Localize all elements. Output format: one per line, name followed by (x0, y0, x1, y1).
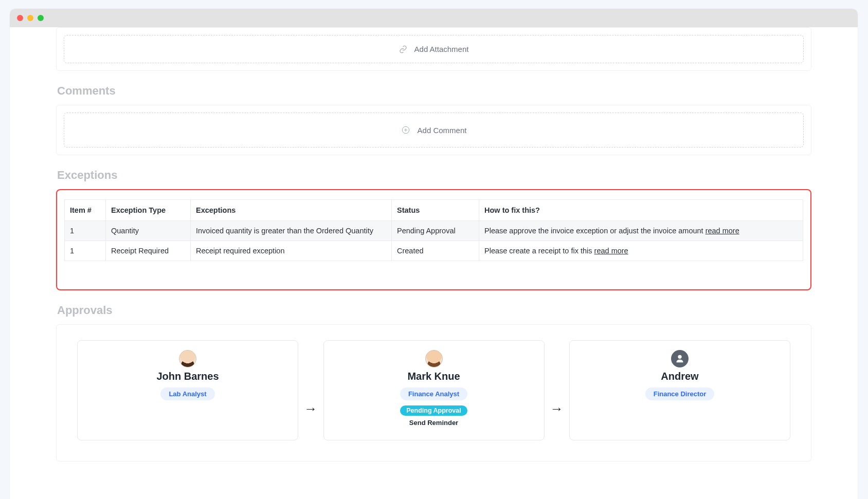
table-row: 1 Quantity Invoiced quantity is greater … (65, 221, 803, 241)
window-zoom-button[interactable] (38, 15, 44, 21)
add-attachment-label: Add Attachment (414, 45, 469, 53)
add-comment-button[interactable]: Add Comment (64, 113, 804, 147)
page-content: Add Attachment Comments Add Comment Exce… (10, 27, 858, 482)
cell-type: Quantity (106, 221, 191, 241)
window-minimize-button[interactable] (27, 15, 33, 21)
read-more-link[interactable]: read more (594, 247, 628, 255)
attachment-icon (399, 45, 407, 53)
cell-howto: Please approve the invoice exception or … (479, 221, 803, 241)
cell-status: Created (392, 241, 479, 261)
cell-status: Pending Approval (392, 221, 479, 241)
read-more-link[interactable]: read more (706, 227, 739, 235)
col-type: Exception Type (106, 200, 191, 221)
arrow-right-icon: → (550, 401, 564, 417)
window-close-button[interactable] (17, 15, 23, 21)
table-row: 1 Receipt Required Receipt required exce… (65, 241, 803, 261)
add-attachment-button[interactable]: Add Attachment (64, 35, 804, 63)
col-item: Item # (65, 200, 106, 221)
send-reminder-link[interactable]: Send Reminder (409, 419, 458, 427)
howto-text: Please create a receipt to fix this (484, 247, 594, 255)
cell-desc: Receipt required exception (191, 241, 392, 261)
arrow-right-icon: → (304, 401, 317, 417)
approval-step: Mark Knue Finance Analyst Pending Approv… (323, 340, 545, 440)
exceptions-table: Item # Exception Type Exceptions Status … (64, 199, 803, 261)
avatar (179, 350, 196, 367)
comments-section-title: Comments (57, 84, 811, 98)
plus-circle-icon (401, 125, 410, 135)
cell-item: 1 (65, 241, 106, 261)
avatar (671, 350, 689, 367)
approver-name: Andrew (661, 371, 698, 382)
cell-howto: Please create a receipt to fix this read… (479, 241, 803, 261)
comments-card: Add Comment (56, 105, 811, 155)
attachments-card: Add Attachment (56, 27, 811, 71)
col-howto: How to fix this? (479, 200, 803, 221)
app-window: Add Attachment Comments Add Comment Exce… (10, 9, 858, 499)
approvals-section-title: Approvals (57, 304, 811, 317)
approver-name: John Barnes (156, 371, 219, 382)
table-header-row: Item # Exception Type Exceptions Status … (65, 200, 803, 221)
window-titlebar (10, 9, 858, 27)
cell-item: 1 (65, 221, 106, 241)
approvals-card: John Barnes Lab Analyst → Mark Knue Fina… (56, 324, 811, 461)
approval-step: Andrew Finance Director (569, 340, 790, 440)
user-icon (674, 353, 685, 364)
approver-role: Lab Analyst (160, 387, 214, 400)
exceptions-section-title: Exceptions (57, 169, 811, 182)
cell-type: Receipt Required (106, 241, 191, 261)
cell-desc: Invoiced quantity is greater than the Or… (191, 221, 392, 241)
exceptions-card: Item # Exception Type Exceptions Status … (56, 189, 811, 290)
approver-name: Mark Knue (407, 371, 460, 382)
col-status: Status (392, 200, 479, 221)
approval-step: John Barnes Lab Analyst (77, 340, 298, 440)
approver-role: Finance Analyst (400, 387, 467, 400)
status-badge: Pending Approval (400, 405, 467, 416)
col-exceptions: Exceptions (191, 200, 392, 221)
avatar (425, 350, 443, 367)
add-comment-label: Add Comment (418, 126, 467, 135)
howto-text: Please approve the invoice exception or … (484, 227, 706, 235)
approver-role: Finance Director (645, 387, 715, 400)
